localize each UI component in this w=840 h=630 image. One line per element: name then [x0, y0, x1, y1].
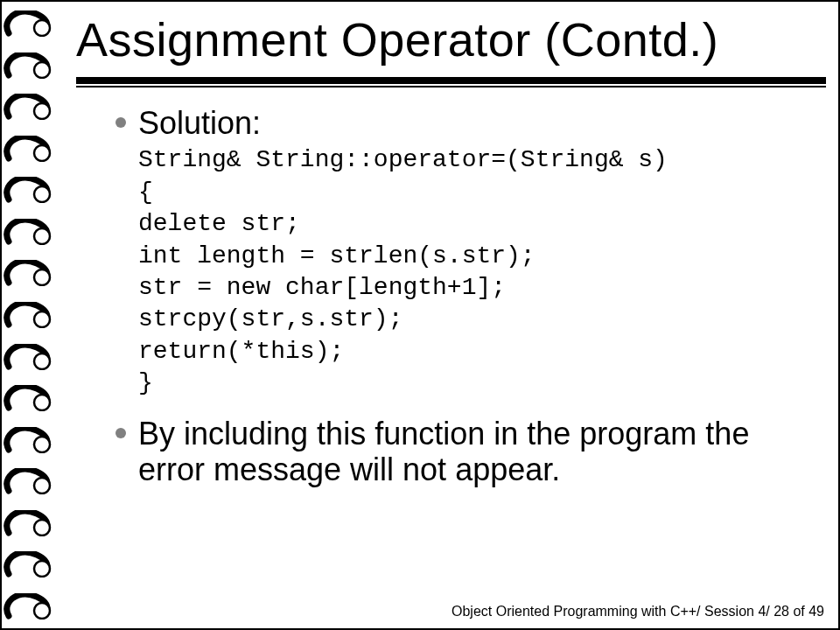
- bullet-icon: [116, 117, 126, 128]
- ring-icon: [4, 468, 52, 494]
- svg-point-2: [34, 103, 50, 119]
- svg-point-6: [34, 270, 50, 285]
- code-block: String& String::operator=(String& s) { d…: [138, 144, 803, 399]
- code-line: return(*this);: [138, 336, 803, 368]
- svg-point-7: [34, 312, 50, 327]
- title-block: Assignment Operator (Contd.): [76, 16, 826, 88]
- slide-title: Assignment Operator (Contd.): [76, 16, 826, 63]
- ring-icon: [4, 593, 52, 620]
- ring-icon: [4, 94, 52, 120]
- svg-point-10: [34, 437, 50, 452]
- ring-icon: [4, 260, 52, 286]
- svg-point-4: [34, 186, 50, 202]
- ring-icon: [4, 136, 52, 162]
- ring-icon: [4, 177, 52, 203]
- code-line: int length = strlen(s.str);: [138, 241, 803, 272]
- svg-point-13: [34, 561, 50, 577]
- ring-icon: [4, 551, 52, 578]
- svg-point-12: [34, 520, 50, 536]
- svg-point-1: [34, 62, 50, 78]
- svg-point-8: [34, 354, 50, 369]
- thin-rule: [76, 86, 826, 88]
- svg-point-0: [34, 20, 50, 36]
- code-line: {: [138, 177, 803, 208]
- slide-footer: Object Oriented Programming with C++/ Se…: [452, 604, 824, 620]
- code-line: str = new char[length+1];: [138, 272, 803, 304]
- ring-icon: [4, 52, 52, 79]
- ring-icon: [4, 385, 52, 411]
- slide-content: Solution: String& String::operator=(Stri…: [116, 105, 803, 489]
- svg-point-9: [34, 395, 50, 410]
- svg-point-11: [34, 478, 50, 494]
- ring-icon: [4, 10, 52, 37]
- ring-icon: [4, 510, 52, 536]
- slide-frame: Assignment Operator (Contd.) Solution: S…: [0, 0, 840, 630]
- ring-icon: [4, 344, 52, 370]
- ring-icon: [4, 219, 52, 245]
- bullet-item: By including this function in the progra…: [116, 416, 803, 488]
- code-line: String& String::operator=(String& s): [138, 144, 803, 176]
- bullet-label: Solution:: [138, 105, 261, 141]
- svg-point-3: [34, 145, 50, 161]
- code-line: delete str;: [138, 208, 803, 240]
- bullet-item: Solution:: [116, 105, 803, 141]
- svg-point-5: [34, 228, 50, 244]
- bullet-label: By including this function in the progra…: [138, 416, 803, 488]
- ring-icon: [4, 427, 52, 453]
- bullet-icon: [116, 428, 126, 438]
- spiral-binding: [4, 5, 52, 625]
- code-line: strcpy(str,s.str);: [138, 304, 803, 335]
- thick-rule: [76, 77, 826, 84]
- ring-icon: [4, 302, 52, 328]
- code-line: }: [138, 368, 803, 399]
- svg-point-14: [34, 603, 50, 619]
